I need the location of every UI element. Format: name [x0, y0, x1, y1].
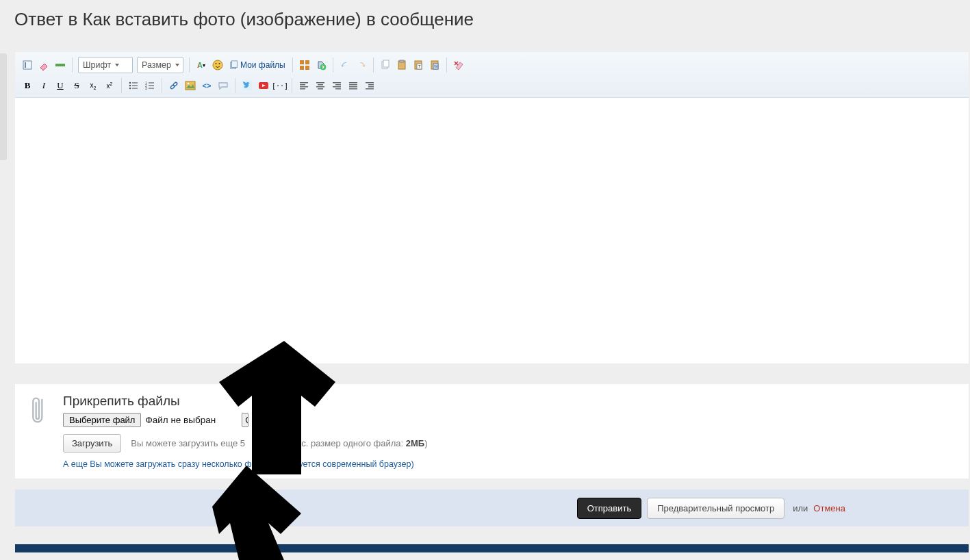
svg-point-30 — [129, 88, 131, 90]
align-center-icon[interactable] — [313, 78, 328, 93]
redo-icon[interactable] — [354, 58, 369, 73]
svg-rect-27 — [132, 82, 138, 84]
myfiles-icon[interactable]: Мои файлы — [227, 58, 288, 73]
svg-rect-55 — [335, 84, 341, 86]
toggle-toolbar-icon[interactable] — [20, 58, 35, 73]
submit-bar: Отправить Предварительный просмотр или О… — [15, 489, 969, 526]
svg-rect-63 — [368, 84, 374, 86]
svg-rect-11 — [300, 66, 304, 70]
cancel-link[interactable]: Отмена — [813, 503, 845, 513]
annotation-arrow-up-icon — [212, 466, 301, 560]
attach-title: Прикрепить файлы — [63, 394, 955, 409]
svg-point-28 — [129, 85, 131, 87]
link-icon[interactable] — [166, 78, 181, 93]
svg-text:W: W — [434, 64, 438, 68]
or-text: или — [793, 503, 808, 513]
svg-rect-48 — [300, 86, 308, 88]
quote-icon[interactable] — [216, 78, 231, 93]
paste-text-icon[interactable]: T — [411, 58, 426, 73]
svg-rect-12 — [305, 66, 309, 70]
align-right-icon[interactable] — [329, 78, 344, 93]
eraser-icon[interactable] — [36, 58, 51, 73]
svg-point-13 — [320, 64, 326, 70]
svg-point-6 — [219, 63, 220, 64]
text-color-icon[interactable]: A▾ — [194, 58, 209, 73]
emoji-icon[interactable] — [210, 58, 225, 73]
svg-rect-37 — [149, 88, 154, 89]
myfiles-label: Мои файлы — [240, 60, 285, 70]
svg-marker-66 — [219, 341, 335, 474]
svg-marker-2 — [40, 64, 47, 71]
submit-button[interactable]: Отправить — [577, 498, 641, 519]
svg-rect-40 — [186, 81, 195, 90]
bullet-list-icon[interactable] — [126, 78, 141, 93]
align-justify-icon[interactable] — [346, 78, 361, 93]
underline-icon[interactable]: U — [53, 78, 68, 93]
subscript-icon[interactable]: x2 — [86, 78, 101, 93]
svg-rect-56 — [333, 86, 341, 88]
svg-text:3: 3 — [145, 86, 147, 90]
choose-file-button[interactable]: Выберите файл — [63, 413, 141, 427]
left-edge-tab — [0, 53, 7, 160]
svg-rect-31 — [132, 88, 138, 89]
image-icon[interactable] — [183, 78, 198, 93]
svg-rect-60 — [349, 86, 357, 88]
svg-rect-49 — [300, 88, 305, 90]
svg-rect-3 — [55, 64, 65, 66]
code-icon[interactable]: <> — [199, 78, 214, 93]
toolbar-row-1: Шрифт Размер A▾ Мои файлы — [15, 52, 969, 98]
media-icon[interactable] — [297, 58, 312, 73]
svg-rect-35 — [149, 85, 154, 86]
svg-point-42 — [188, 83, 190, 85]
svg-rect-47 — [300, 84, 305, 86]
svg-rect-61 — [349, 88, 357, 90]
copy-icon[interactable] — [378, 58, 393, 73]
footer-bar — [15, 544, 969, 552]
clear-format-icon[interactable] — [451, 58, 466, 73]
svg-rect-52 — [316, 86, 324, 88]
number-list-icon[interactable]: 123 — [142, 78, 157, 93]
svg-rect-64 — [368, 86, 374, 88]
upload-button[interactable]: Загрузить — [63, 434, 121, 453]
font-select[interactable]: Шрифт — [78, 57, 133, 73]
twitter-icon[interactable] — [240, 78, 255, 93]
multi-upload-link[interactable]: А еще Вы можете загружать сразу нескольк… — [63, 459, 955, 469]
svg-rect-10 — [305, 60, 309, 64]
attach-section: Прикрепить файлы Выберите файл Файл не в… — [15, 384, 969, 479]
paste-icon[interactable] — [394, 58, 409, 73]
svg-rect-29 — [132, 85, 138, 86]
svg-point-26 — [129, 82, 131, 84]
spoiler-icon[interactable]: [··] — [272, 78, 288, 93]
bold-icon[interactable]: B — [20, 78, 35, 93]
svg-rect-51 — [318, 84, 323, 86]
svg-point-39 — [173, 82, 177, 87]
youtube-icon[interactable] — [256, 78, 271, 93]
svg-rect-15 — [383, 60, 389, 67]
svg-point-4 — [213, 60, 222, 70]
hr-icon[interactable] — [53, 58, 68, 73]
superscript-icon[interactable]: x2 — [102, 78, 117, 93]
page-title: Ответ в Как вставить фото (изображение) … — [0, 0, 970, 37]
align-left-icon[interactable] — [296, 78, 311, 93]
svg-text:T: T — [418, 64, 421, 68]
editor-textarea[interactable] — [15, 98, 969, 364]
annotation-arrow-down-icon — [219, 341, 335, 474]
italic-icon[interactable]: I — [36, 78, 51, 93]
file-status-text: Файл не выбран — [145, 415, 216, 425]
size-select[interactable]: Размер — [137, 57, 183, 73]
svg-rect-46 — [300, 82, 308, 84]
mention-icon[interactable] — [314, 58, 329, 73]
svg-point-5 — [216, 63, 217, 64]
strike-icon[interactable]: S — [69, 78, 84, 93]
font-select-label: Шрифт — [83, 60, 111, 70]
size-select-label: Размер — [142, 60, 171, 70]
svg-rect-0 — [23, 61, 31, 69]
svg-rect-8 — [232, 61, 238, 68]
svg-point-38 — [170, 85, 175, 90]
preview-button[interactable]: Предварительный просмотр — [647, 498, 784, 519]
svg-rect-58 — [349, 82, 357, 84]
paste-word-icon[interactable]: W — [427, 58, 442, 73]
indent-icon[interactable] — [362, 78, 377, 93]
undo-icon[interactable] — [337, 58, 353, 73]
svg-rect-65 — [366, 88, 374, 90]
